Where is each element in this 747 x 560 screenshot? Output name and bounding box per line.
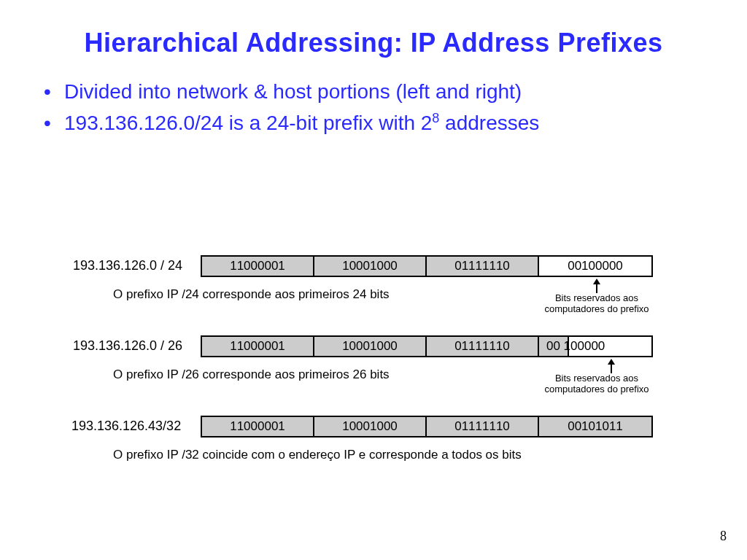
ip-label-24: 193.136.126.0 / 24 xyxy=(73,258,182,273)
octet-26-3: 01111110 xyxy=(427,337,539,356)
octet-32-1: 11000001 xyxy=(202,417,314,436)
bullet-2-sup: 8 xyxy=(432,111,439,125)
row-26: 193.136.126.0 / 26 11000001 10001000 011… xyxy=(0,335,747,416)
caption-24: O prefixo IP /24 corresponde aos primeir… xyxy=(113,287,390,302)
bullet-2-post: addresses xyxy=(439,112,539,134)
slide-title: Hierarchical Addressing: IP Address Pref… xyxy=(36,28,711,58)
byte-bar-26: 11000001 10001000 01111110 00 100000 xyxy=(201,335,653,357)
octet-24-4: 00100000 xyxy=(539,257,651,276)
note-26: Bits reservados aos computadores do pref… xyxy=(538,373,655,395)
octet-24-1: 11000001 xyxy=(202,257,314,276)
page-number: 8 xyxy=(720,529,727,544)
byte-bar-32: 11000001 10001000 01111110 00101011 xyxy=(201,416,653,438)
octet-26-1: 11000001 xyxy=(202,337,314,356)
bullet-2-pre: 193.136.126.0/24 is a 24-bit prefix with… xyxy=(64,112,432,134)
bullet-list: Divided into network & host portions (le… xyxy=(44,76,711,139)
byte-bar-24: 11000001 10001000 01111110 00100000 xyxy=(201,255,653,277)
row-32: 193.136.126.43/32 11000001 10001000 0111… xyxy=(0,416,747,481)
octet-26-4b: 100000 xyxy=(560,339,605,353)
prefix-diagram: 193.136.126.0 / 24 11000001 10001000 011… xyxy=(0,255,747,481)
note-24: Bits reservados aos computadores do pref… xyxy=(538,293,655,315)
octet-32-2: 10001000 xyxy=(314,417,427,436)
octet-26-4a: 00 xyxy=(546,339,560,353)
row-24: 193.136.126.0 / 24 11000001 10001000 011… xyxy=(0,255,747,335)
octet-26-4: 00 100000 xyxy=(539,337,651,356)
bullet-2: 193.136.126.0/24 is a 24-bit prefix with… xyxy=(44,107,711,139)
ip-label-26: 193.136.126.0 / 26 xyxy=(73,338,182,354)
caption-32: O prefixo IP /32 coincide com o endereço… xyxy=(113,448,522,462)
octet-24-3: 01111110 xyxy=(427,257,539,276)
octet-32-4: 00101011 xyxy=(539,417,651,436)
bullet-1: Divided into network & host portions (le… xyxy=(44,76,711,107)
octet-26-2: 10001000 xyxy=(314,337,427,356)
octet-32-3: 01111110 xyxy=(427,417,539,436)
caption-26: O prefixo IP /26 corresponde aos primeir… xyxy=(113,368,390,382)
slide: Hierarchical Addressing: IP Address Pref… xyxy=(0,0,747,560)
ip-label-32: 193.136.126.43/32 xyxy=(71,419,181,434)
octet-24-2: 10001000 xyxy=(314,257,427,276)
